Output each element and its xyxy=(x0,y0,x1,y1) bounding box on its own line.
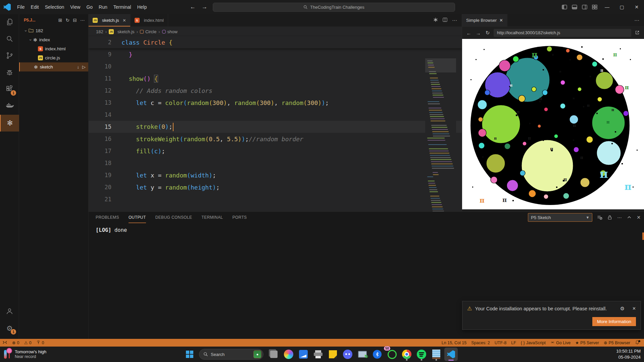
taskbar-app-whatsapp[interactable]: 50 xyxy=(385,348,399,361)
tab-sketch-js[interactable]: JSsketch.js✕ xyxy=(89,14,131,27)
toggle-panel-icon[interactable] xyxy=(569,0,580,14)
editor-pane[interactable]: JSsketch.js✕5index.html⋯ 182›JSsketch.js… xyxy=(89,14,462,211)
minimize-button[interactable]: — xyxy=(600,0,614,14)
javascript-mode[interactable]: { }JavaScript xyxy=(518,341,548,345)
breadcrumb-show[interactable]: show xyxy=(162,29,178,34)
more-actions-icon[interactable]: ⋯ xyxy=(617,215,622,220)
toggle-sidebar-icon[interactable] xyxy=(559,0,569,14)
taskbar-app-window[interactable] xyxy=(267,348,281,361)
collapse-icon[interactable]: ⊟ xyxy=(73,17,77,23)
taskbar-app-chrome[interactable] xyxy=(400,348,413,361)
more-icon[interactable]: ⋯ xyxy=(80,17,85,23)
menu-go[interactable]: Go xyxy=(83,2,96,12)
customize-layout-icon[interactable] xyxy=(590,0,600,14)
breadcrumb-sketch-js[interactable]: JSsketch.js xyxy=(109,29,135,34)
menu-help[interactable]: Help xyxy=(134,2,150,12)
activity-p5[interactable]: ✻ xyxy=(0,115,19,132)
download-icon[interactable]: ↓ xyxy=(77,64,80,69)
toggle-secondary-sidebar-icon[interactable] xyxy=(580,0,590,14)
run-p5-sketch-icon[interactable] xyxy=(433,17,438,23)
status-spaces-2[interactable]: Spaces: 2 xyxy=(469,341,492,345)
chevron-up-icon[interactable] xyxy=(627,215,632,220)
taskbar-app-vscode[interactable] xyxy=(444,348,458,361)
status-utf-8[interactable]: UTF-8 xyxy=(492,341,509,345)
panel-scrollbar[interactable] xyxy=(642,232,644,240)
split-editor-icon[interactable] xyxy=(443,17,447,23)
output-channel-select[interactable]: P5 Sketch ▼ xyxy=(528,213,592,222)
tree-item-182[interactable]: ›182 xyxy=(19,26,88,35)
breadcrumb-Circle[interactable]: Circle xyxy=(140,29,156,34)
more-information-button[interactable]: More Information xyxy=(592,317,636,326)
activity-search[interactable] xyxy=(0,31,19,48)
tree-item-index[interactable]: ›✻index xyxy=(19,35,88,44)
taskbar-app-pc[interactable]: ↻ xyxy=(356,348,369,361)
activity-source-control[interactable] xyxy=(0,48,19,64)
remote-icon[interactable] xyxy=(0,340,10,346)
close-icon[interactable]: ✕ xyxy=(632,306,636,311)
run-icon[interactable]: ▷ xyxy=(82,64,86,69)
menu-selection[interactable]: Selection xyxy=(42,2,67,12)
clear-output-icon[interactable] xyxy=(597,215,602,220)
taskbar-app-bluetooth[interactable] xyxy=(370,348,384,361)
tree-item-index-html[interactable]: ›5index.html xyxy=(19,44,88,53)
panel-tab-output[interactable]: OUTPUT xyxy=(129,212,146,223)
weather-widget[interactable]: Tomorrow's high Near record xyxy=(3,348,46,360)
menu-run[interactable]: Run xyxy=(96,2,110,12)
taskbar-app-spotify[interactable] xyxy=(415,348,428,361)
command-center-search[interactable]: TheCodingTrain Challenges xyxy=(213,3,455,12)
browser-forward-icon[interactable]: → xyxy=(475,30,482,36)
menu-view[interactable]: View xyxy=(67,2,83,12)
taskbar-app-scan[interactable] xyxy=(297,348,310,361)
panel-tab-problems[interactable]: PROBLEMS xyxy=(96,212,119,223)
activity-extensions[interactable]: 1 xyxy=(0,81,19,98)
panel-tab-ports[interactable]: PORTS xyxy=(232,212,247,223)
start-button[interactable] xyxy=(184,349,195,360)
close-button[interactable]: ✕ xyxy=(629,0,644,14)
p5-server-button[interactable]: ★P5 Server xyxy=(573,340,601,345)
activity-run-debug[interactable] xyxy=(0,64,19,81)
taskbar-clock[interactable]: 10:50:11 PM 05-09-2024 xyxy=(616,348,641,360)
maximize-button[interactable]: ▢ xyxy=(614,0,629,14)
status-lf[interactable]: LF xyxy=(509,341,518,345)
taskbar-app-notes[interactable] xyxy=(430,348,443,361)
activity-explorer[interactable] xyxy=(0,14,19,31)
taskbar-search[interactable]: Search ● xyxy=(199,349,263,360)
panel-tab-terminal[interactable]: TERMINAL xyxy=(202,212,223,223)
p5-browser-button[interactable]: ⊕P5 Browser xyxy=(601,340,633,345)
taskbar-app-printer[interactable] xyxy=(311,348,325,361)
history-back-icon[interactable]: ← xyxy=(190,4,196,10)
close-icon[interactable]: ✕ xyxy=(123,18,126,23)
breadcrumb[interactable]: 182›JSsketch.js›Circle›show xyxy=(89,27,462,36)
activity-docker[interactable] xyxy=(0,98,19,115)
taskbar-app-sticky[interactable] xyxy=(326,348,340,361)
errors-count[interactable]: ⊗0 xyxy=(10,340,21,345)
menu-terminal[interactable]: Terminal xyxy=(110,2,134,12)
new-file-icon[interactable]: ⊞ xyxy=(58,17,62,23)
panel-tab-debug-console[interactable]: DEBUG CONSOLE xyxy=(155,212,192,223)
ports-count[interactable]: 0 xyxy=(34,340,47,346)
warnings-count[interactable]: ⚠0 xyxy=(21,340,34,345)
close-icon[interactable]: ✕ xyxy=(499,18,503,23)
close-panel-icon[interactable]: ✕ xyxy=(637,215,641,220)
minimap[interactable] xyxy=(425,58,456,211)
menu-file[interactable]: File xyxy=(14,2,28,12)
go-live-button[interactable]: Go Live xyxy=(548,340,573,346)
activity-accounts[interactable] xyxy=(0,303,19,320)
menu-edit[interactable]: Edit xyxy=(28,2,42,12)
notifications-bell-icon[interactable] xyxy=(633,340,642,346)
status-ln-15-col-15[interactable]: Ln 15, Col 15 xyxy=(439,341,469,345)
lock-icon[interactable] xyxy=(607,215,612,220)
url-input[interactable]: http://localhost:3000/182\sketch.js xyxy=(494,29,631,37)
tab-simple-browser[interactable]: Simple Browser ✕ xyxy=(462,14,507,27)
tree-item-sketch[interactable]: ›✻sketch↓▷ xyxy=(19,62,88,71)
tab-index-html[interactable]: 5index.html xyxy=(131,14,168,27)
taskbar-app-copilot[interactable] xyxy=(282,348,295,361)
more-actions-icon[interactable]: ⋯ xyxy=(452,17,457,23)
browser-reload-icon[interactable]: ↻ xyxy=(484,30,491,36)
activity-settings[interactable]: ⚙1 xyxy=(0,320,19,337)
open-external-icon[interactable] xyxy=(634,30,641,36)
taskbar-app-discord[interactable] xyxy=(341,348,354,361)
browser-back-icon[interactable]: ← xyxy=(465,30,472,36)
code-editor[interactable]: 2class Circle { 9 }1011 show() {12 // Ad… xyxy=(89,36,462,211)
breadcrumb-182[interactable]: 182 xyxy=(96,29,103,34)
